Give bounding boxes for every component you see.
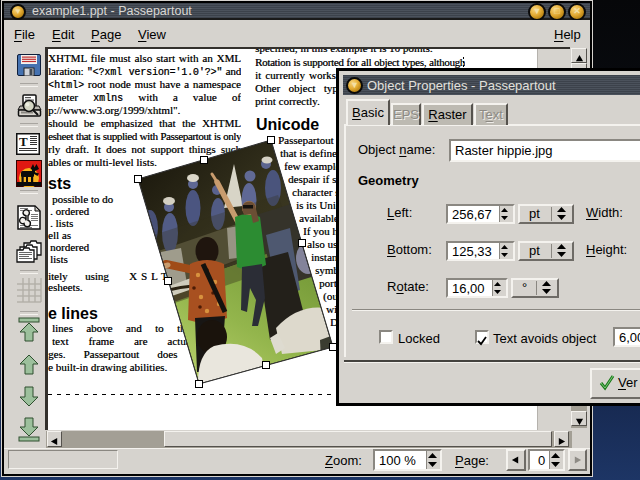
svg-text:T: T xyxy=(19,134,28,149)
